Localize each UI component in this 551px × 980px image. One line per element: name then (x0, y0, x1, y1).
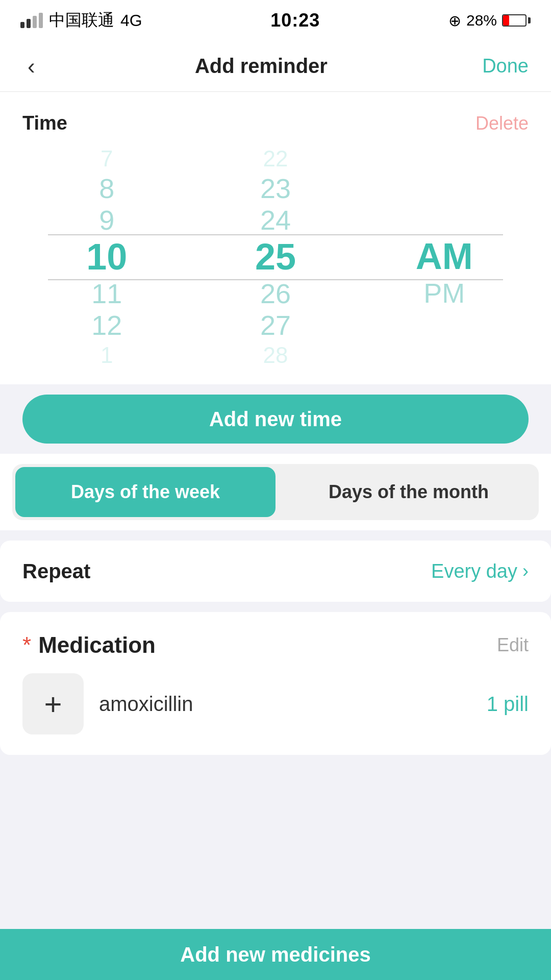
minute-item: 26 (191, 278, 360, 309)
add-medicines-button[interactable]: Add new medicines (0, 929, 551, 980)
medication-title: Medication (38, 632, 156, 658)
hour-selected: 10 (22, 236, 191, 278)
plus-icon: + (44, 687, 62, 722)
status-bar: 中国联通 4G 10:23 ⊕ 28% (0, 0, 551, 41)
status-time: 10:23 (270, 10, 320, 31)
page-title: Add reminder (195, 55, 328, 78)
hour-item: 8 (22, 173, 191, 204)
repeat-label: Repeat (22, 560, 90, 583)
status-right: ⊕ 28% (448, 12, 531, 30)
ampm-item: PM (360, 277, 529, 309)
minute-item: 22 (191, 144, 360, 173)
medication-section: * Medication Edit + amoxicillin 1 pill (0, 612, 551, 755)
time-label: Time (22, 112, 67, 134)
time-picker[interactable]: 7 8 9 10 11 12 1 22 23 24 25 26 27 28 (22, 144, 529, 369)
status-left: 中国联通 4G (20, 9, 142, 32)
repeat-section: Repeat Every day › (0, 541, 551, 602)
ampm-selected: AM (360, 235, 529, 277)
ampm-column[interactable]: AM PM (360, 144, 529, 369)
medication-header: * Medication Edit (22, 632, 529, 658)
time-section: Time Delete 7 8 9 10 11 12 1 22 23 24 2 (0, 92, 551, 384)
medication-name: amoxicillin (99, 693, 471, 716)
hour-item: 1 (22, 341, 191, 369)
ampm-item (360, 309, 529, 339)
minute-selected: 25 (191, 236, 360, 278)
ampm-item (360, 144, 529, 175)
add-time-button[interactable]: Add new time (22, 395, 529, 444)
medication-title-row: * Medication (22, 632, 156, 658)
done-button[interactable]: Done (482, 55, 529, 77)
ampm-item (360, 339, 529, 369)
minute-item: 27 (191, 309, 360, 341)
days-of-week-tab[interactable]: Days of the week (15, 467, 276, 517)
minute-item: 24 (191, 204, 360, 236)
hour-item: 12 (22, 309, 191, 341)
hour-item: 9 (22, 204, 191, 236)
ampm-item (360, 175, 529, 205)
repeat-value-text: Every day (431, 560, 517, 582)
time-header: Time Delete (22, 112, 529, 134)
medication-edit-button[interactable]: Edit (497, 634, 529, 656)
minute-item: 28 (191, 341, 360, 369)
battery-icon (502, 14, 531, 27)
back-button[interactable]: ‹ (22, 48, 40, 84)
ampm-item (360, 205, 529, 235)
battery-percent: 28% (466, 12, 497, 29)
medication-item: + amoxicillin 1 pill (22, 673, 529, 734)
chevron-right-icon: › (522, 560, 529, 582)
days-of-month-tab[interactable]: Days of the month (279, 464, 539, 520)
hour-item: 11 (22, 278, 191, 309)
content: Time Delete 7 8 9 10 11 12 1 22 23 24 2 (0, 92, 551, 755)
minute-item: 23 (191, 173, 360, 204)
location-icon: ⊕ (448, 12, 461, 30)
repeat-value-row[interactable]: Every day › (431, 560, 529, 582)
carrier-label: 中国联通 (49, 9, 114, 32)
signal-icon (20, 13, 43, 28)
add-medication-icon-button[interactable]: + (22, 673, 84, 734)
days-toggle: Days of the week Days of the month (12, 464, 539, 520)
nav-bar: ‹ Add reminder Done (0, 41, 551, 92)
medication-dose: 1 pill (487, 693, 529, 716)
days-toggle-container: Days of the week Days of the month (0, 454, 551, 530)
delete-button[interactable]: Delete (475, 113, 529, 134)
minutes-column[interactable]: 22 23 24 25 26 27 28 (191, 144, 360, 369)
required-asterisk: * (22, 634, 31, 656)
hours-column[interactable]: 7 8 9 10 11 12 1 (22, 144, 191, 369)
network-label: 4G (120, 11, 142, 30)
hour-item: 7 (22, 144, 191, 173)
